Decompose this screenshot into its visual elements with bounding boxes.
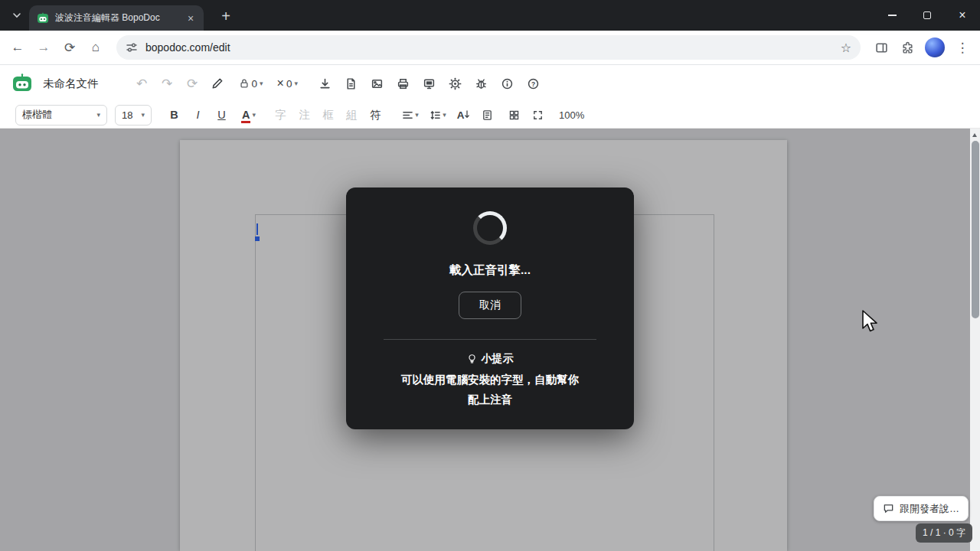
page-layout-button[interactable]: [475, 105, 499, 126]
ruby-button-frame[interactable]: 框: [316, 105, 340, 126]
home-button[interactable]: ⌂: [83, 34, 109, 60]
ruby-button-symbol[interactable]: 符: [364, 105, 387, 126]
speech-bubble-icon: [883, 503, 894, 514]
underline-button[interactable]: U: [210, 105, 234, 126]
image-export-button[interactable]: [364, 71, 390, 96]
line-spacing-button[interactable]: ▾: [424, 105, 452, 126]
font-family-select[interactable]: 標楷體 ▾: [15, 105, 107, 126]
chevron-down-icon: ▾: [443, 111, 446, 119]
minimize-icon: [888, 15, 897, 16]
letter-spacing-button[interactable]: A: [452, 105, 475, 126]
extensions-icon[interactable]: [894, 34, 920, 60]
format-toolbar: 標楷體 ▾ 18 ▾ B I U A ▾ 字 注 框 組 符 ▾ ▾ A: [0, 102, 980, 129]
lock-count: 0: [252, 78, 258, 90]
align-left-icon: [402, 109, 413, 121]
screen: 波波注音編輯器 BopoDoc × + × ← → ⟳ ⌂ bopodoc.co…: [0, 0, 980, 551]
settings-button[interactable]: [443, 71, 469, 96]
grid-button[interactable]: [502, 105, 526, 126]
loading-dialog: 載入正音引擎... 取消 小提示 可以使用電腦安裝的字型，自動幫你 配上注音: [346, 187, 634, 429]
redo-button[interactable]: ↷: [155, 71, 180, 96]
tab-close-icon[interactable]: ×: [184, 11, 198, 25]
edit-button[interactable]: [205, 71, 230, 96]
scrollbar[interactable]: [970, 129, 980, 551]
font-family-value: 標楷體: [22, 108, 52, 122]
info-button[interactable]: [495, 71, 521, 96]
feedback-button[interactable]: 跟開發者說…: [874, 496, 969, 521]
letter-a-label: A: [457, 109, 465, 121]
fullscreen-icon: [532, 109, 544, 121]
tip-title-row: 小提示: [467, 352, 514, 366]
app-toolbar: 未命名文件 ↶ ↷ ⟳ 0 ▾ × 0 ▾: [0, 65, 980, 102]
lightbulb-icon: [467, 354, 477, 365]
scrollbar-up-arrow[interactable]: [972, 133, 977, 137]
undo-button[interactable]: ↶: [129, 71, 155, 96]
editor-area: 載入正音引擎... 取消 小提示 可以使用電腦安裝的字型，自動幫你 配上注音 跟…: [0, 129, 980, 551]
image-icon: [371, 77, 384, 90]
close-button[interactable]: ×: [945, 0, 980, 31]
back-button[interactable]: ←: [5, 34, 31, 60]
profile-avatar[interactable]: [925, 37, 945, 57]
gear-icon: [449, 77, 462, 90]
new-tab-button[interactable]: +: [216, 6, 236, 26]
side-panel-icon[interactable]: [868, 34, 894, 60]
info-icon: [501, 77, 514, 90]
help-button[interactable]: ?: [521, 71, 547, 96]
dialog-divider: [384, 339, 596, 340]
url-bar[interactable]: bopodoc.com/edit ☆: [116, 35, 861, 60]
scrollbar-thumb[interactable]: [972, 141, 979, 318]
tab-title: 波波注音編輯器 BopoDoc: [49, 11, 184, 24]
print-icon: [397, 77, 410, 90]
ruby-button-zhuyin[interactable]: 注: [292, 105, 316, 126]
line-spacing-icon: [430, 109, 441, 121]
loading-spinner: [473, 211, 507, 245]
tip-line-2: 配上注音: [468, 390, 512, 409]
page-counter: 1 / 1 · 0 字: [916, 523, 972, 543]
tab-search-icon[interactable]: [6, 5, 28, 26]
pencil-icon: [211, 77, 224, 90]
lock-icon: [239, 78, 250, 89]
font-size-select[interactable]: 18 ▾: [115, 105, 152, 126]
present-icon: [423, 77, 436, 90]
font-color-letter: A: [242, 109, 250, 121]
download-button[interactable]: [312, 71, 338, 96]
forward-button[interactable]: →: [31, 34, 57, 60]
menu-icon[interactable]: ⋮: [949, 34, 975, 60]
bold-button[interactable]: B: [162, 105, 186, 126]
lock-count-dropdown[interactable]: 0 ▾: [234, 72, 269, 95]
error-mark-icon: ×: [277, 77, 284, 90]
doc-title[interactable]: 未命名文件: [43, 77, 99, 91]
zoom-level[interactable]: 100%: [559, 109, 584, 121]
svg-text:?: ?: [531, 80, 535, 87]
present-button[interactable]: [416, 71, 443, 96]
maximize-icon: [923, 11, 931, 19]
cancel-button[interactable]: 取消: [459, 292, 521, 319]
chevron-down-icon: ▾: [294, 80, 298, 87]
maximize-button[interactable]: [910, 0, 945, 31]
print-button[interactable]: [390, 71, 416, 96]
bug-report-button[interactable]: [469, 71, 495, 96]
font-size-value: 18: [122, 109, 132, 121]
error-count-dropdown[interactable]: × 0 ▾: [272, 72, 303, 95]
reload-button[interactable]: ⟳: [57, 34, 83, 60]
refresh-button[interactable]: ⟳: [180, 71, 205, 96]
ruby-button-char[interactable]: 字: [269, 105, 292, 126]
ruby-button-group[interactable]: 組: [340, 105, 364, 126]
url-text[interactable]: bopodoc.com/edit: [145, 41, 841, 54]
download-icon: [318, 77, 332, 90]
bug-icon: [475, 77, 488, 90]
grid-icon: [508, 109, 520, 121]
minimize-button[interactable]: [874, 0, 910, 31]
italic-button[interactable]: I: [186, 105, 210, 126]
page-icon: [482, 109, 493, 121]
bookmark-star-icon[interactable]: ☆: [841, 41, 851, 55]
pdf-export-button[interactable]: [338, 71, 364, 96]
help-icon: ?: [527, 77, 540, 90]
font-color-button[interactable]: A ▾: [234, 105, 264, 126]
align-button[interactable]: ▾: [397, 105, 424, 126]
browser-tab[interactable]: 波波注音編輯器 BopoDoc ×: [29, 5, 204, 31]
chevron-down-icon: ▾: [252, 111, 256, 119]
browser-navbar: ← → ⟳ ⌂ bopodoc.com/edit ☆ ⋮: [0, 31, 980, 65]
chevron-down-icon: ▾: [260, 80, 263, 87]
fullscreen-button[interactable]: [526, 105, 550, 126]
site-info-icon[interactable]: [126, 41, 138, 54]
